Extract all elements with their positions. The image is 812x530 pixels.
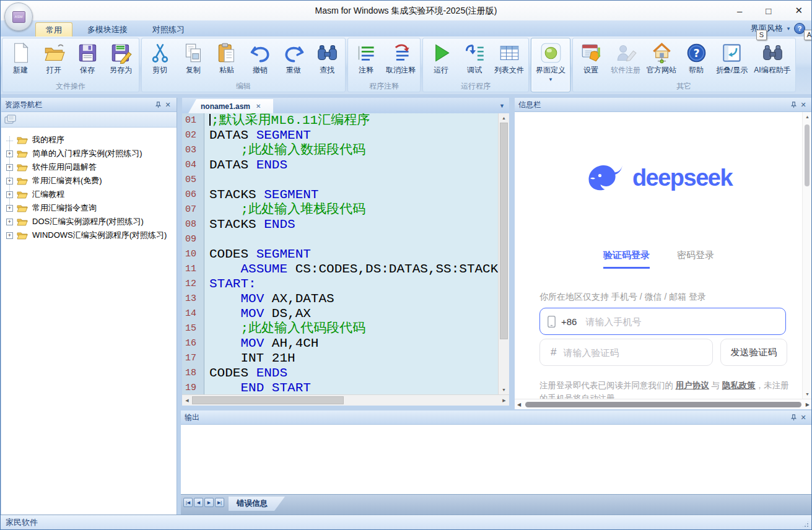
- redo-button[interactable]: 重做: [277, 39, 310, 76]
- save-button[interactable]: 保存: [71, 39, 103, 76]
- code-line-01[interactable]: 01;默认采用ML6.11汇编程序: [182, 113, 498, 128]
- tree-item-4[interactable]: +常用汇编资料(免费): [1, 174, 177, 188]
- code-line-06[interactable]: 06STACKS SEGMENT: [182, 188, 498, 202]
- website-button[interactable]: 官方网站: [644, 39, 679, 76]
- expand-icon[interactable]: +: [6, 191, 13, 198]
- scrollbar-thumb[interactable]: [500, 123, 508, 339]
- ribbon-tab-3[interactable]: 对照练习: [142, 22, 194, 37]
- code-line-12[interactable]: 12START:: [182, 277, 498, 292]
- tree-item-3[interactable]: +软件应用问题解答: [1, 160, 177, 174]
- scroll-left-icon[interactable]: ◀: [517, 402, 521, 407]
- scroll-up-icon[interactable]: ▲: [499, 113, 509, 123]
- ribbon-tab-1[interactable]: 常用: [35, 22, 72, 37]
- code-line-10[interactable]: 10CODES SEGMENT: [182, 247, 498, 262]
- cards-icon[interactable]: [4, 115, 17, 124]
- code-line-03[interactable]: 03 ;此处输入数据段代码: [182, 143, 498, 158]
- collapse-button[interactable]: 折叠/显示: [714, 39, 750, 76]
- scroll-up-icon[interactable]: ▲: [803, 115, 812, 119]
- verification-code-input[interactable]: [562, 347, 706, 358]
- phone-input[interactable]: [584, 316, 778, 328]
- find-button[interactable]: 查找: [311, 39, 343, 76]
- app-menu-button[interactable]: ASM: [4, 2, 33, 31]
- resize-grip-icon[interactable]: [801, 520, 810, 528]
- pin-icon[interactable]: [153, 100, 163, 110]
- code-line-14[interactable]: 14 MOV DS,AX: [182, 306, 498, 321]
- comment-button[interactable]: 注释: [350, 39, 382, 76]
- tab-close-icon[interactable]: ✕: [256, 103, 261, 110]
- cut-button[interactable]: 剪切: [144, 39, 176, 76]
- code-line-19[interactable]: 19 END START: [182, 381, 498, 394]
- code-line-09[interactable]: 09: [182, 232, 498, 247]
- code-line-13[interactable]: 13 MOV AX,DATAS: [182, 292, 498, 306]
- run-button[interactable]: 运行: [425, 39, 457, 76]
- error-info-tab[interactable]: 错误信息: [229, 497, 285, 511]
- code-editor[interactable]: 01;默认采用ML6.11汇编程序02DATAS SEGMENT03 ;此处输入…: [182, 113, 509, 394]
- tree-item-5[interactable]: +汇编教程: [1, 188, 177, 201]
- expand-icon[interactable]: +: [6, 164, 13, 171]
- code-line-18[interactable]: 18CODES ENDS: [182, 366, 498, 381]
- login-tab-2[interactable]: 密码登录: [677, 250, 714, 269]
- verification-code-field[interactable]: #: [539, 339, 713, 366]
- close-icon[interactable]: ✕: [798, 100, 808, 110]
- maximize-button[interactable]: □: [766, 6, 771, 16]
- expand-icon[interactable]: +: [6, 178, 13, 185]
- phone-field[interactable]: +86: [539, 308, 786, 335]
- close-icon[interactable]: ✕: [163, 100, 173, 110]
- tree-item-6[interactable]: +常用汇编指令查询: [1, 201, 177, 215]
- expand-icon[interactable]: +: [6, 150, 13, 157]
- scroll-down-icon[interactable]: ▼: [803, 392, 812, 396]
- tree-item-2[interactable]: +简单的入门程序实例(对照练习): [1, 147, 177, 160]
- send-code-button[interactable]: 发送验证码: [720, 339, 787, 366]
- scrollbar-thumb[interactable]: [805, 124, 810, 186]
- code-line-11[interactable]: 11 ASSUME CS:CODES,DS:DATAS,SS:STACKS: [182, 262, 498, 277]
- save-as-button[interactable]: 另存为: [105, 39, 137, 76]
- pin-icon[interactable]: [788, 100, 798, 110]
- scrollbar-thumb[interactable]: [192, 396, 344, 404]
- code-line-16[interactable]: 16 MOV AH,4CH: [182, 336, 498, 351]
- editor-tab[interactable]: noname1.asm ✕: [188, 99, 273, 113]
- minimize-button[interactable]: –: [737, 6, 742, 16]
- country-code[interactable]: +86: [561, 316, 577, 327]
- code-line-07[interactable]: 07 ;此处输入堆栈段代码: [182, 202, 498, 217]
- code-line-17[interactable]: 17 INT 21H: [182, 351, 498, 366]
- code-line-05[interactable]: 05: [182, 173, 498, 188]
- scroll-right-icon[interactable]: ▶: [806, 402, 810, 407]
- prev-tab-button[interactable]: ◀: [194, 498, 203, 507]
- scroll-right-icon[interactable]: ▶: [499, 398, 509, 403]
- info-horizontal-scrollbar[interactable]: ◀ ▶: [515, 399, 812, 409]
- first-tab-button[interactable]: |◀: [183, 498, 193, 507]
- editor-vertical-scrollbar[interactable]: ▲ ▼: [498, 113, 509, 394]
- pin-icon[interactable]: [788, 412, 798, 422]
- tree-item-7[interactable]: +DOS汇编实例源程序(对照练习): [1, 215, 177, 228]
- scroll-down-icon[interactable]: ▼: [499, 385, 509, 394]
- scrollbar-thumb[interactable]: [525, 402, 801, 407]
- code-line-02[interactable]: 02DATAS SEGMENT: [182, 128, 498, 143]
- expand-icon[interactable]: +: [6, 232, 13, 239]
- undo-button[interactable]: 撤销: [244, 39, 276, 76]
- scroll-left-icon[interactable]: ◀: [182, 398, 192, 403]
- help-button[interactable]: ?帮助: [680, 39, 712, 76]
- code-line-08[interactable]: 08STACKS ENDS: [182, 217, 498, 232]
- ribbon-tab-2[interactable]: 多模块连接: [77, 22, 138, 37]
- ai-assistant-button[interactable]: AI编程助手: [751, 39, 793, 76]
- close-button[interactable]: ✕: [795, 5, 803, 16]
- login-tab-1[interactable]: 验证码登录: [603, 250, 650, 269]
- code-line-04[interactable]: 04DATAS ENDS: [182, 158, 498, 173]
- info-vertical-scrollbar[interactable]: ▲ ▼: [802, 112, 812, 399]
- ui-style-selector[interactable]: 界面风格: [751, 23, 783, 34]
- debug-button[interactable]: 调试: [458, 39, 491, 76]
- copy-button[interactable]: 复制: [177, 39, 209, 76]
- expand-icon[interactable]: +: [6, 219, 13, 225]
- paste-button[interactable]: 粘贴: [211, 39, 243, 76]
- expand-icon[interactable]: +: [6, 205, 13, 212]
- last-tab-button[interactable]: ▶|: [215, 498, 224, 507]
- settings-button[interactable]: 设置: [575, 39, 607, 76]
- tab-list-dropdown-icon[interactable]: ▼: [499, 103, 505, 109]
- tree-item-8[interactable]: +WINDOWS汇编实例源程序(对照练习): [1, 228, 177, 242]
- editor-horizontal-scrollbar[interactable]: ◀ ▶: [182, 394, 509, 406]
- next-tab-button[interactable]: ▶: [204, 498, 214, 507]
- ui-define-button[interactable]: 界面定义▼: [533, 39, 568, 82]
- uncomment-button[interactable]: 取消注释: [383, 39, 418, 76]
- open-folder-button[interactable]: 打开: [38, 39, 70, 76]
- list-file-button[interactable]: 列表文件: [492, 39, 526, 76]
